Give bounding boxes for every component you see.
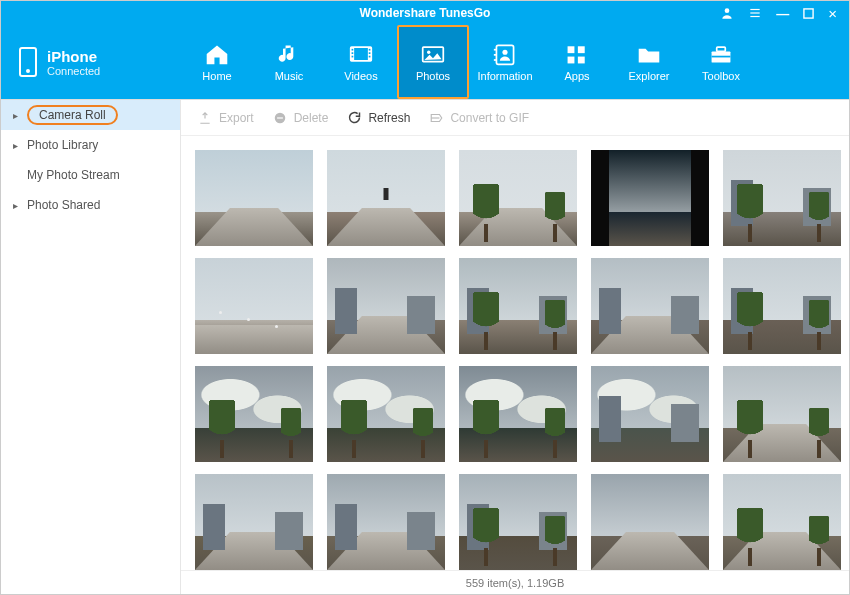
photo-grid: [195, 150, 835, 570]
sidebar-item-photo-library[interactable]: ▸Photo Library: [1, 130, 180, 160]
sidebar-item-label: Camera Roll: [27, 105, 118, 125]
photo-thumbnail[interactable]: [459, 150, 577, 246]
photo-thumbnail[interactable]: [723, 150, 841, 246]
photo-grid-wrap: [181, 136, 849, 570]
photo-thumbnail[interactable]: [591, 366, 709, 462]
apps-icon: [563, 42, 591, 66]
export-label: Export: [219, 111, 254, 125]
contact-icon: [491, 42, 519, 66]
svg-rect-10: [352, 56, 354, 58]
nav-tab-apps[interactable]: Apps: [541, 25, 613, 99]
main-toolbar: iPhone Connected HomeMusicVideosPhotosIn…: [1, 25, 849, 99]
gif-label: Convert to GIF: [450, 111, 529, 125]
photo-icon: [419, 42, 447, 66]
photo-thumbnail[interactable]: [195, 150, 313, 246]
svg-point-15: [427, 51, 430, 54]
content-area: Export Delete Refresh Convert to GIF: [181, 100, 849, 594]
sidebar-item-label: My Photo Stream: [27, 168, 120, 182]
home-icon: [203, 42, 231, 66]
photo-thumbnail[interactable]: [327, 150, 445, 246]
chevron-right-icon: ▸: [13, 110, 21, 121]
refresh-button[interactable]: Refresh: [346, 110, 410, 126]
nav-tab-label: Toolbox: [702, 70, 740, 82]
photo-thumbnail[interactable]: [459, 366, 577, 462]
action-bar: Export Delete Refresh Convert to GIF: [181, 100, 849, 136]
chevron-right-icon: ▸: [13, 200, 21, 211]
convert-gif-button[interactable]: Convert to GIF: [428, 110, 529, 126]
maximize-button[interactable]: [803, 8, 814, 19]
nav-tab-photos[interactable]: Photos: [397, 25, 469, 99]
svg-rect-19: [494, 54, 497, 56]
nav-tab-label: Videos: [344, 70, 377, 82]
photo-thumbnail[interactable]: [723, 474, 841, 570]
photo-thumbnail[interactable]: [723, 366, 841, 462]
body: ▸Camera Roll▸Photo LibraryMy Photo Strea…: [1, 99, 849, 594]
nav-tab-label: Photos: [416, 70, 450, 82]
folder-icon: [635, 42, 663, 66]
svg-rect-8: [352, 49, 354, 51]
status-bar: 559 item(s), 1.19GB: [181, 570, 849, 594]
photo-thumbnail[interactable]: [327, 366, 445, 462]
phone-icon: [19, 47, 37, 77]
svg-rect-24: [578, 57, 585, 64]
photo-thumbnail[interactable]: [459, 258, 577, 354]
svg-rect-22: [578, 46, 585, 53]
nav-tab-music[interactable]: Music: [253, 25, 325, 99]
svg-rect-12: [369, 52, 371, 54]
photo-thumbnail[interactable]: [195, 474, 313, 570]
refresh-label: Refresh: [368, 111, 410, 125]
photo-thumbnail[interactable]: [327, 258, 445, 354]
svg-rect-13: [369, 56, 371, 58]
delete-icon: [272, 110, 288, 126]
app-window: Wondershare TunesGo — × iPhone Connected…: [0, 0, 850, 595]
nav-tab-explorer[interactable]: Explorer: [613, 25, 685, 99]
video-icon: [347, 42, 375, 66]
nav-tab-label: Music: [275, 70, 304, 82]
user-icon[interactable]: [720, 6, 734, 20]
device-block[interactable]: iPhone Connected: [1, 25, 181, 99]
sidebar-item-my-photo-stream[interactable]: My Photo Stream: [1, 160, 180, 190]
nav-tab-label: Explorer: [629, 70, 670, 82]
sidebar-item-label: Photo Library: [27, 138, 98, 152]
music-icon: [275, 42, 303, 66]
export-button[interactable]: Export: [197, 110, 254, 126]
sidebar-item-label: Photo Shared: [27, 198, 100, 212]
svg-rect-9: [352, 52, 354, 54]
sidebar: ▸Camera Roll▸Photo LibraryMy Photo Strea…: [1, 100, 181, 594]
svg-rect-11: [369, 49, 371, 51]
nav-tab-label: Information: [477, 70, 532, 82]
photo-thumbnail[interactable]: [723, 258, 841, 354]
svg-rect-23: [568, 57, 575, 64]
photo-thumbnail[interactable]: [459, 474, 577, 570]
svg-rect-29: [277, 117, 283, 118]
sidebar-item-photo-shared[interactable]: ▸Photo Shared: [1, 190, 180, 220]
device-name: iPhone: [47, 48, 100, 65]
nav-tab-information[interactable]: Information: [469, 25, 541, 99]
photo-thumbnail[interactable]: [591, 258, 709, 354]
photo-thumbnail[interactable]: [591, 150, 709, 246]
svg-rect-20: [494, 59, 497, 61]
minimize-button[interactable]: —: [776, 6, 789, 21]
photo-thumbnail[interactable]: [195, 258, 313, 354]
chevron-right-icon: ▸: [13, 140, 21, 151]
menu-icon[interactable]: [748, 6, 762, 20]
nav-tab-home[interactable]: Home: [181, 25, 253, 99]
delete-button[interactable]: Delete: [272, 110, 329, 126]
svg-rect-26: [717, 47, 726, 51]
photo-thumbnail[interactable]: [327, 474, 445, 570]
photo-thumbnail[interactable]: [195, 366, 313, 462]
svg-point-0: [725, 8, 730, 13]
nav-tab-toolbox[interactable]: Toolbox: [685, 25, 757, 99]
svg-rect-27: [712, 56, 731, 58]
photo-thumbnail[interactable]: [591, 474, 709, 570]
nav-tab-videos[interactable]: Videos: [325, 25, 397, 99]
close-button[interactable]: ×: [828, 5, 837, 22]
nav-tabs: HomeMusicVideosPhotosInformationAppsExpl…: [181, 25, 849, 99]
device-status: Connected: [47, 65, 100, 77]
sidebar-item-camera-roll[interactable]: ▸Camera Roll: [1, 100, 180, 130]
svg-rect-4: [804, 8, 813, 17]
nav-tab-label: Home: [202, 70, 231, 82]
titlebar: Wondershare TunesGo — ×: [1, 1, 849, 25]
delete-label: Delete: [294, 111, 329, 125]
window-controls: — ×: [720, 5, 849, 22]
